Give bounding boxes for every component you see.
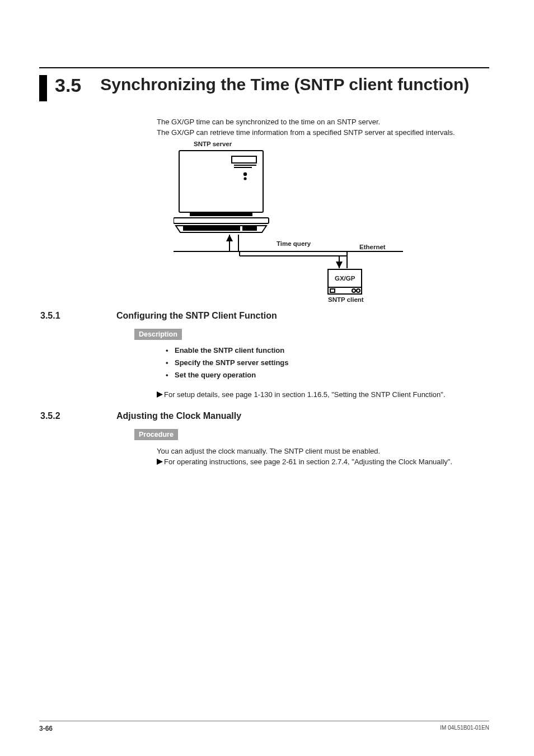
svg-marker-19 bbox=[336, 262, 343, 268]
svg-marker-26 bbox=[157, 459, 163, 465]
bullet-item: Specify the SNTP server settings bbox=[166, 357, 489, 369]
svg-point-24 bbox=[357, 289, 360, 292]
svg-rect-1 bbox=[190, 212, 252, 216]
subsection-number-2: 3.5.2 bbox=[39, 411, 116, 421]
svg-point-23 bbox=[352, 289, 355, 292]
tag-description: Description bbox=[134, 329, 182, 340]
svg-point-7 bbox=[244, 178, 246, 179]
subsection-number-1: 3.5.1 bbox=[39, 311, 116, 321]
label-sntp-client: SNTP client bbox=[328, 296, 364, 303]
svg-rect-9 bbox=[243, 227, 256, 230]
bullet-item: Enable the SNTP client function bbox=[166, 344, 489, 357]
triangle-icon bbox=[157, 459, 163, 465]
bullet-item: Set the query operation bbox=[166, 369, 489, 381]
svg-point-6 bbox=[244, 173, 246, 175]
label-sntp-server: SNTP server bbox=[194, 141, 232, 147]
svg-marker-12 bbox=[226, 235, 233, 241]
ref-operating: For operating instructions, see page 2-6… bbox=[164, 458, 452, 466]
tag-procedure: Procedure bbox=[134, 429, 178, 440]
svg-marker-25 bbox=[157, 391, 163, 398]
svg-rect-3 bbox=[232, 156, 256, 163]
page-title: Synchronizing the Time (SNTP client func… bbox=[100, 75, 469, 94]
triangle-icon bbox=[157, 391, 163, 398]
svg-rect-2 bbox=[174, 218, 269, 223]
intro-line-2: The GX/GP can retrieve time information … bbox=[157, 128, 489, 138]
document-id: IM 04L51B01-01EN bbox=[440, 725, 489, 732]
subsection-title-2: Adjusting the Clock Manually bbox=[116, 411, 241, 421]
section-number: 3.5 bbox=[55, 75, 81, 96]
label-ethernet: Ethernet bbox=[359, 244, 386, 250]
procedure-line: You can adjust the clock manually. The S… bbox=[157, 447, 489, 455]
svg-rect-0 bbox=[179, 151, 263, 212]
svg-rect-8 bbox=[184, 227, 240, 230]
subsection-title-1: Configuring the SNTP Client Function bbox=[116, 311, 277, 321]
intro-line-1: The GX/GP time can be synchronized to th… bbox=[157, 117, 489, 128]
sntp-diagram: SNTP server Time query Ethernet GX/GP SN… bbox=[174, 141, 414, 303]
page-number: 3-66 bbox=[39, 725, 53, 732]
ref-setup: For setup details, see page 1-130 in sec… bbox=[164, 390, 446, 399]
label-gxgp: GX/GP bbox=[335, 275, 355, 282]
label-time-query: Time query bbox=[277, 240, 311, 247]
svg-rect-22 bbox=[330, 289, 335, 292]
